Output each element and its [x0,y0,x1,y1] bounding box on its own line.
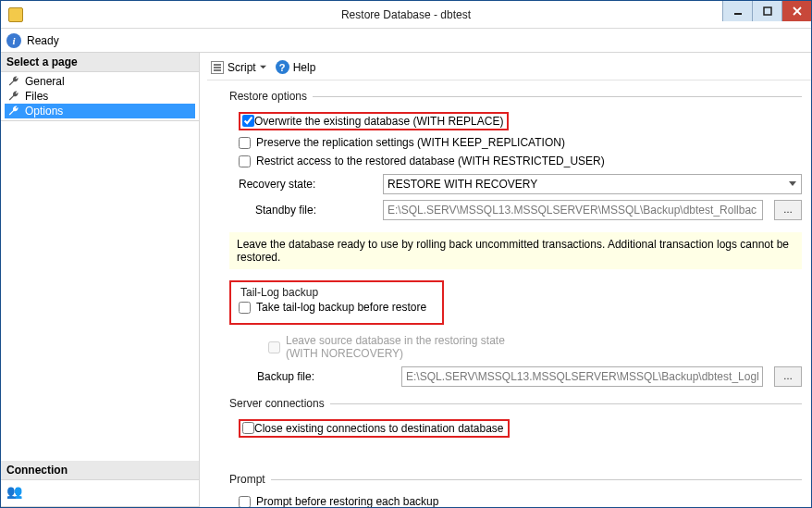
select-page-header: Select a page [1,53,199,72]
main-panel: Script ? Help Restore options Overwrite … [200,53,811,507]
toolbar: Script ? Help [207,58,811,81]
script-label: Script [228,61,256,74]
standby-browse-button[interactable]: … [774,200,802,220]
connection-header: Connection [1,461,199,480]
standby-file-label: Standby file: [239,204,377,217]
backup-browse-button[interactable]: … [774,366,802,387]
window-title: Restore Database - dbtest [1,8,811,21]
sidebar-item-options[interactable]: Options [5,104,195,118]
overwrite-checkbox[interactable] [242,115,254,127]
prompt-group: Prompt Prompt before restoring each back… [229,473,802,507]
overwrite-label: Overwrite the existing database (WITH RE… [254,115,503,128]
restrict-access-label: Restrict access to the restored database… [256,155,605,167]
backup-file-label: Backup file: [257,370,396,383]
taillog-legend: Tail-Log backup [237,286,322,299]
script-button[interactable]: Script [211,61,266,74]
preserve-replication-checkbox[interactable] [239,137,251,149]
prompt-each-label: Prompt before restoring each backup [256,495,438,507]
info-icon: i [6,33,21,48]
sidebar: Select a page General Files Options Conn… [1,53,200,507]
window-maximize-button[interactable] [752,1,781,21]
sidebar-item-label: General [25,75,65,88]
wrench-icon [7,75,20,88]
window-minimize-button[interactable] [722,1,752,21]
server-connections-legend: Server connections [229,397,330,410]
server-connections-group: Server connections Close existing connec… [229,397,802,441]
backup-file-input[interactable] [401,366,763,387]
prompt-each-checkbox[interactable] [239,496,251,508]
prompt-legend: Prompt [229,473,271,486]
close-connections-checkbox[interactable] [242,422,254,434]
chevron-down-icon [260,64,266,70]
taillog-group: Tail-Log backup Take tail-log backup bef… [237,286,437,317]
take-taillog-checkbox[interactable] [239,302,251,314]
restore-options-legend: Restore options [229,90,313,103]
sidebar-item-label: Files [25,90,48,103]
recovery-state-label: Recovery state: [239,178,377,191]
sidebar-item-label: Options [25,105,63,118]
script-icon [211,61,224,74]
recovery-note: Leave the database ready to use by rolli… [229,232,802,269]
wrench-icon [7,90,20,103]
restore-options-group: Restore options Overwrite the existing d… [229,90,802,223]
wrench-icon [7,105,20,118]
sidebar-item-general[interactable]: General [5,74,195,89]
app-icon [8,7,23,22]
window-titlebar: Restore Database - dbtest [1,1,811,29]
leave-source-label: Leave source database in the restoring s… [286,334,505,360]
help-icon: ? [276,60,289,74]
standby-file-input[interactable] [383,200,763,220]
restrict-access-checkbox[interactable] [239,155,251,167]
window-close-button[interactable] [781,1,811,21]
connection-icon: 👥 [6,484,22,499]
help-label: Help [293,61,316,74]
close-connections-label: Close existing connections to destinatio… [254,422,504,435]
help-button[interactable]: ? Help [276,60,316,74]
take-taillog-label: Take tail-log backup before restore [256,301,426,314]
status-text: Ready [27,34,59,47]
recovery-state-select[interactable]: RESTORE WITH RECOVERY [383,174,802,194]
sidebar-item-files[interactable]: Files [5,89,195,104]
leave-source-checkbox [268,341,280,353]
preserve-replication-label: Preserve the replication settings (WITH … [256,136,565,149]
svg-rect-1 [764,7,771,15]
status-bar: i Ready [1,29,811,53]
